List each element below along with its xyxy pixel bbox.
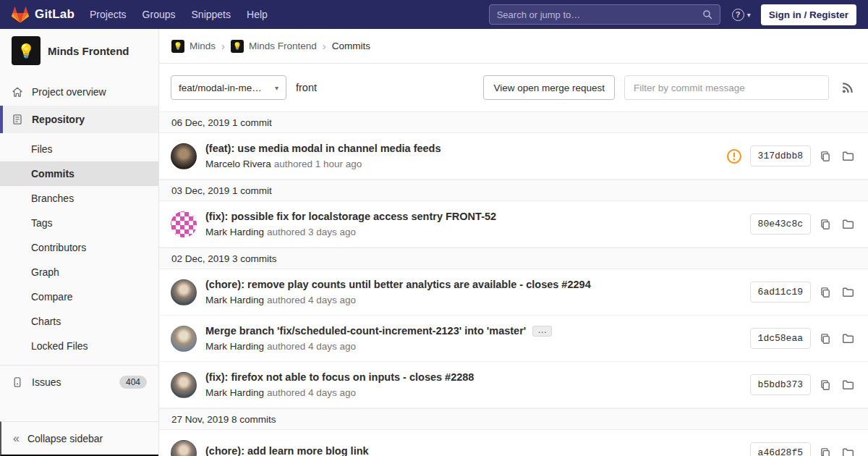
commit-sha-link[interactable]: 1dc58eaa — [750, 328, 811, 349]
commit-main: (chore): remove play counts until better… — [205, 279, 750, 305]
breadcrumb-separator-icon: › — [322, 40, 327, 52]
sidebar-item-issues[interactable]: Issues 404 — [0, 368, 158, 396]
browse-files-button[interactable] — [840, 148, 856, 164]
commit-date-header: 27 Nov, 2019 8 commits — [159, 408, 868, 430]
commit-row: (feat): use media modal in channel media… — [159, 133, 868, 180]
browse-files-button[interactable] — [840, 330, 856, 347]
sidebar-item-locked-files[interactable]: Locked Files — [0, 334, 158, 358]
commit-title-link[interactable]: Merge branch 'fix/scheduled-count-increm… — [205, 325, 526, 337]
breadcrumb-item-minds[interactable]: Minds — [190, 41, 216, 51]
search-icon — [702, 9, 712, 20]
commit-main: Merge branch 'fix/scheduled-count-increm… — [205, 325, 750, 352]
breadcrumb-separator-icon: › — [221, 40, 226, 52]
gitlab-tanuki-icon — [12, 7, 29, 23]
sidebar-item-contributors[interactable]: Contributors — [0, 235, 158, 260]
commit-author-avatar[interactable] — [171, 279, 197, 305]
navbar-item-groups[interactable]: Groups — [135, 0, 184, 29]
copy-sha-button[interactable] — [817, 331, 833, 347]
commit-authored-time: authored 1 hour ago — [274, 159, 362, 169]
commit-title-link[interactable]: (feat): use media modal in channel media… — [205, 143, 441, 154]
commit-author-avatar[interactable] — [171, 326, 197, 352]
commit-author-link[interactable]: Marcelo Rivera — [205, 159, 271, 169]
sidebar-item-graph[interactable]: Graph — [0, 260, 158, 284]
expand-commit-message-button[interactable]: … — [532, 326, 552, 337]
commit-actions: a46d28f5 — [750, 442, 856, 456]
copy-sha-button[interactable] — [817, 216, 833, 232]
commit-list: 06 Dec, 2019 1 commit(feat): use media m… — [159, 111, 868, 456]
commit-main: (fix): possible fix for localstorage acc… — [205, 211, 750, 237]
chevron-down-icon: ▾ — [275, 84, 278, 92]
copy-sha-button[interactable] — [817, 148, 833, 164]
commit-meta: Mark Hardingauthored 4 days ago — [205, 295, 750, 305]
commit-author-avatar[interactable] — [171, 372, 197, 398]
commit-author-link[interactable]: Mark Harding — [205, 387, 264, 398]
sidebar-item-compare[interactable]: Compare — [0, 284, 158, 309]
commit-meta: Marcelo Riveraauthored 1 hour ago — [205, 159, 726, 169]
commit-title-link[interactable]: (chore): add learn more blog link — [205, 445, 369, 456]
commits-feed-button[interactable] — [838, 79, 856, 97]
project-avatar: 💡 — [12, 36, 41, 65]
commit-filter-input[interactable] — [624, 75, 829, 100]
commit-sha-link[interactable]: b5bdb373 — [750, 374, 811, 395]
commit-row: (fix): firefox not able to focus on inpu… — [159, 362, 868, 408]
commit-author-link[interactable]: Mark Harding — [205, 295, 264, 305]
collapse-icon: « — [13, 433, 20, 444]
global-search — [489, 4, 720, 25]
commit-authored-time: authored 4 days ago — [267, 341, 356, 352]
repository-icon — [12, 114, 24, 125]
selected-branch: feat/modal-in-me… — [179, 83, 271, 93]
commit-meta: Mark Hardingauthored 3 days ago — [205, 227, 750, 237]
collapse-sidebar-button[interactable]: « Collapse sidebar — [0, 421, 158, 456]
project-header[interactable]: 💡 Minds Frontend — [0, 29, 158, 69]
commit-title-line: (chore): add learn more blog link — [205, 445, 750, 456]
commit-actions: 80e43c8c — [750, 214, 856, 235]
commit-title-link[interactable]: (fix): possible fix for localstorage acc… — [205, 211, 496, 222]
copy-sha-button[interactable] — [817, 377, 833, 393]
copy-sha-button[interactable] — [817, 445, 833, 456]
commit-authored-time: authored 3 days ago — [267, 227, 356, 237]
browse-files-button[interactable] — [840, 376, 856, 393]
view-open-merge-request-button[interactable]: View open merge request — [483, 75, 615, 100]
commit-row: Merge branch 'fix/scheduled-count-increm… — [159, 316, 868, 362]
browse-files-button[interactable] — [840, 444, 856, 456]
commit-author-link[interactable]: Mark Harding — [205, 227, 264, 237]
sidebar: 💡 Minds Frontend Project overview Reposi… — [0, 29, 159, 456]
browse-files-button[interactable] — [840, 284, 856, 300]
repo-path: front — [296, 82, 317, 93]
gitlab-logo[interactable]: GitLab — [12, 7, 75, 23]
commit-sha-link[interactable]: 317ddbb8 — [750, 145, 811, 166]
commit-author-avatar[interactable] — [171, 440, 197, 456]
toolbar-right: View open merge request — [483, 75, 856, 100]
pipeline-status-warning-icon[interactable] — [726, 148, 742, 164]
sidebar-item-files[interactable]: Files — [0, 137, 158, 161]
sidebar-item-tags[interactable]: Tags — [0, 211, 158, 235]
sidebar-item-project-overview[interactable]: Project overview — [0, 78, 158, 106]
navbar-item-help[interactable]: Help — [239, 0, 276, 29]
breadcrumb-avatar-icon: 💡 — [231, 40, 244, 53]
commit-author-link[interactable]: Mark Harding — [205, 341, 264, 352]
breadcrumb-item-minds-frontend[interactable]: Minds Frontend — [249, 41, 317, 51]
sidebar-item-commits[interactable]: Commits — [0, 161, 158, 186]
navbar-item-projects[interactable]: Projects — [82, 0, 135, 29]
commit-title-link[interactable]: (fix): firefox not able to focus on inpu… — [205, 371, 474, 383]
home-icon — [12, 86, 24, 98]
sidebar-item-branches[interactable]: Branches — [0, 186, 158, 211]
commit-author-avatar[interactable] — [171, 143, 197, 169]
copy-sha-button[interactable] — [817, 284, 833, 300]
commit-sha-link[interactable]: 80e43c8c — [750, 214, 811, 235]
browse-files-button[interactable] — [840, 216, 856, 232]
help-menu-button[interactable]: ? ▾ — [732, 9, 751, 21]
commit-author-avatar[interactable] — [171, 211, 197, 237]
commit-main: (feat): use media modal in channel media… — [205, 143, 726, 169]
sidebar-item-repository[interactable]: Repository — [0, 106, 158, 133]
navbar-item-snippets[interactable]: Snippets — [184, 0, 239, 29]
commit-title-link[interactable]: (chore): remove play counts until better… — [205, 279, 591, 290]
commit-date-header: 03 Dec, 2019 1 commit — [159, 180, 868, 201]
branch-selector-dropdown[interactable]: feat/modal-in-me… ▾ — [171, 75, 286, 100]
sidebar-item-charts[interactable]: Charts — [0, 309, 158, 334]
sign-in-register-button[interactable]: Sign in / Register — [761, 4, 856, 25]
commit-sha-link[interactable]: 6ad11c19 — [750, 282, 811, 303]
search-input[interactable] — [497, 9, 702, 20]
commit-sha-link[interactable]: a46d28f5 — [750, 442, 811, 456]
top-navbar: GitLab ProjectsGroupsSnippetsHelp ? ▾ Si… — [0, 0, 868, 29]
